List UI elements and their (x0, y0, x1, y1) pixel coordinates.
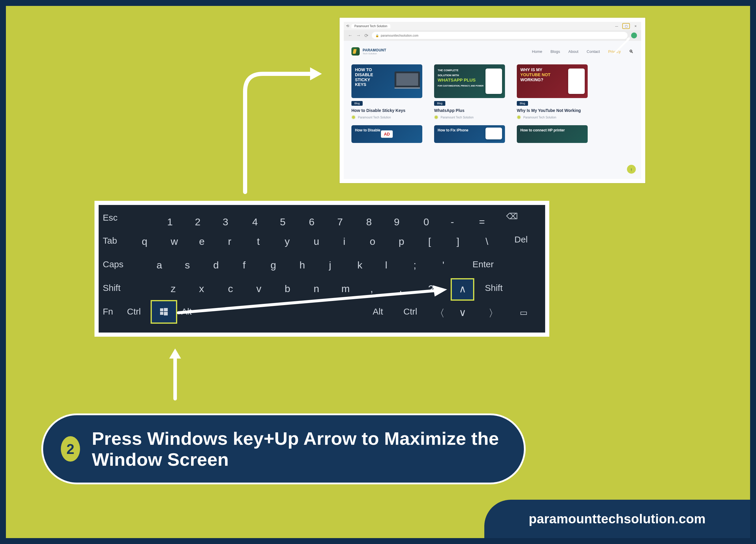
key-s[interactable]: s (185, 259, 190, 271)
key-b[interactable]: b (285, 283, 290, 294)
key-lbracket[interactable]: [ (428, 236, 431, 247)
key-ralt[interactable]: Alt (373, 307, 383, 317)
key-0[interactable]: 0 (423, 216, 429, 228)
key-right-arrow[interactable]: 〉 (488, 307, 498, 320)
key-del[interactable]: Del (514, 234, 528, 245)
on-screen-keyboard: Esc 1 2 3 4 5 6 7 8 9 0 - = ⌫ Tab q w e … (99, 205, 545, 333)
key-p[interactable]: p (399, 236, 404, 247)
site-nav: Home Blogs About Contact Privacy 🔍︎ (532, 49, 633, 54)
key-6[interactable]: 6 (309, 216, 315, 228)
svg-line-7 (178, 291, 435, 313)
key-3[interactable]: 3 (223, 216, 228, 228)
key-t[interactable]: t (257, 236, 260, 247)
nav-forward-icon[interactable]: → (356, 33, 361, 38)
blog-card[interactable]: THE COMPLETE SOLUTION WITH WHATSAPP PLUS… (434, 64, 505, 119)
card-thumb: How to Fix iPhone (434, 125, 505, 143)
search-icon[interactable]: 🔍︎ (629, 49, 633, 54)
key-2[interactable]: 2 (195, 216, 201, 228)
card-thumb: THE COMPLETE SOLUTION WITH WHATSAPP PLUS… (434, 64, 505, 98)
key-w[interactable]: w (171, 236, 178, 247)
phone-icon (485, 69, 502, 94)
blog-card[interactable]: HOW TO DISABLE STICKY KEYS Blog How to D… (351, 64, 422, 119)
blog-card[interactable]: How to Fix iPhone (434, 125, 505, 143)
profile-avatar[interactable] (631, 32, 637, 38)
key-j[interactable]: j (329, 259, 331, 271)
scroll-top-button[interactable]: ↑ (627, 165, 636, 174)
key-m[interactable]: m (341, 283, 350, 294)
key-a[interactable]: a (157, 259, 162, 271)
key-q[interactable]: q (142, 236, 147, 247)
key-dash[interactable]: - (451, 216, 454, 228)
nav-contact[interactable]: Contact (587, 49, 600, 54)
key-4[interactable]: 4 (252, 216, 258, 228)
nav-blogs[interactable]: Blogs (550, 49, 560, 54)
key-8[interactable]: 8 (366, 216, 372, 228)
nav-back-icon[interactable]: ← (348, 33, 353, 38)
key-e[interactable]: e (199, 236, 205, 247)
key-y[interactable]: y (285, 236, 290, 247)
key-k[interactable]: k (357, 259, 362, 271)
key-i[interactable]: i (343, 236, 346, 247)
key-windows[interactable] (152, 301, 176, 323)
window-close-button[interactable]: ✕ (632, 24, 639, 28)
key-1[interactable]: 1 (167, 216, 173, 228)
key-fn[interactable]: Fn (103, 307, 113, 317)
nav-reload-icon[interactable]: ⟳ (364, 33, 368, 38)
key-o[interactable]: o (370, 236, 375, 247)
key-comma[interactable]: , (370, 283, 373, 294)
key-g[interactable]: g (271, 259, 276, 271)
nav-privacy[interactable]: Privacy (608, 49, 621, 54)
key-caps[interactable]: Caps (103, 259, 123, 269)
key-h[interactable]: h (299, 259, 305, 271)
key-tab[interactable]: Tab (103, 236, 117, 246)
key-lctrl[interactable]: Ctrl (127, 307, 141, 317)
window-minimize-button[interactable]: — (613, 24, 620, 28)
author-avatar-icon (517, 115, 521, 119)
key-z[interactable]: z (171, 283, 176, 294)
key-5[interactable]: 5 (280, 216, 286, 228)
key-7[interactable]: 7 (337, 216, 343, 228)
blog-card[interactable]: WHY IS MY YOUTUBE NOT WORKING? Blog Why … (517, 64, 588, 119)
key-u[interactable]: u (314, 236, 319, 247)
key-esc[interactable]: Esc (103, 213, 118, 223)
instruction-text: Press Windows key+Up Arrow to Maximize t… (92, 428, 506, 470)
key-d[interactable]: d (213, 259, 219, 271)
key-l[interactable]: l (385, 259, 387, 271)
nav-home[interactable]: Home (532, 49, 542, 54)
window-maximize-button[interactable]: ▢ (623, 24, 629, 28)
key-rshift[interactable]: Shift (485, 283, 503, 293)
key-rctrl[interactable]: Ctrl (403, 307, 417, 317)
blog-card[interactable]: How to Disable AD (351, 125, 422, 143)
key-down-arrow[interactable]: ∨ (459, 307, 466, 318)
browser-tab[interactable]: Paramount Tech Solution (351, 24, 390, 28)
key-v[interactable]: v (256, 283, 261, 294)
card-grid: HOW TO DISABLE STICKY KEYS Blog How to D… (344, 58, 641, 119)
key-semicolon[interactable]: ; (413, 259, 416, 271)
blog-card[interactable]: How to connect HP printer (517, 125, 588, 143)
key-equals[interactable]: = (479, 216, 485, 228)
site-logo[interactable]: PARAMOUNT Tech Solution (351, 47, 386, 56)
key-period[interactable]: . (399, 283, 402, 294)
key-slash[interactable]: ? (428, 283, 434, 294)
card-author: Paramount Tech Solution (441, 116, 474, 119)
key-backslash[interactable]: \ (485, 236, 488, 247)
key-rbracket[interactable]: ] (457, 236, 459, 247)
key-n[interactable]: n (314, 283, 319, 294)
card-thumb: How to Disable AD (351, 125, 422, 143)
key-c[interactable]: c (228, 283, 233, 294)
key-backspace[interactable]: ⌫ (506, 211, 518, 221)
key-left-arrow[interactable]: 〈 (435, 307, 445, 320)
nav-about[interactable]: About (568, 49, 579, 54)
key-lalt[interactable]: Alt (181, 307, 192, 317)
key-f[interactable]: f (243, 259, 245, 271)
key-r[interactable]: r (228, 236, 231, 247)
url-field[interactable]: 🔒 paramounttechsolution.com (372, 32, 628, 39)
key-apostrophe[interactable]: ' (442, 259, 444, 271)
key-lshift[interactable]: Shift (103, 283, 120, 293)
key-enter[interactable]: Enter (473, 259, 494, 269)
key-up-arrow[interactable]: ∧ (452, 279, 473, 299)
key-menu[interactable]: ▭ (520, 308, 527, 317)
card-badge: Blog (434, 101, 445, 106)
key-9[interactable]: 9 (394, 216, 400, 228)
key-x[interactable]: x (199, 283, 204, 294)
